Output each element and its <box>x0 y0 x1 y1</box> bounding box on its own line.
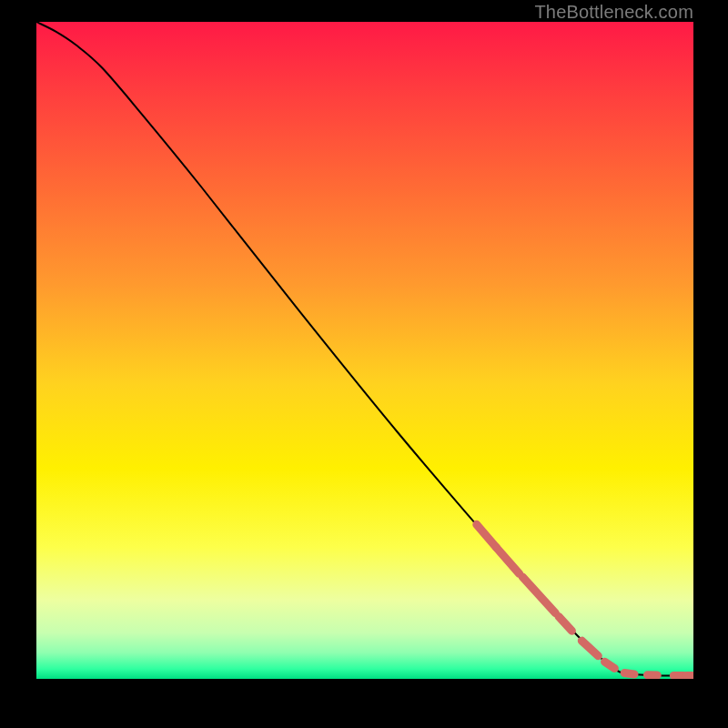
plot-area <box>36 22 693 679</box>
highlight-segment <box>581 641 598 656</box>
main-curve <box>36 22 693 676</box>
highlight-segment <box>477 524 497 547</box>
curve-layer <box>36 22 693 679</box>
highlight-segments <box>477 524 693 675</box>
highlight-segment <box>624 673 634 674</box>
highlight-segment <box>559 616 571 631</box>
attribution-label: TheBottleneck.com <box>534 2 693 23</box>
highlight-segment <box>496 548 519 574</box>
chart-container: TheBottleneck.com <box>0 0 728 728</box>
highlight-segment <box>605 662 615 668</box>
highlight-segment <box>522 577 555 613</box>
